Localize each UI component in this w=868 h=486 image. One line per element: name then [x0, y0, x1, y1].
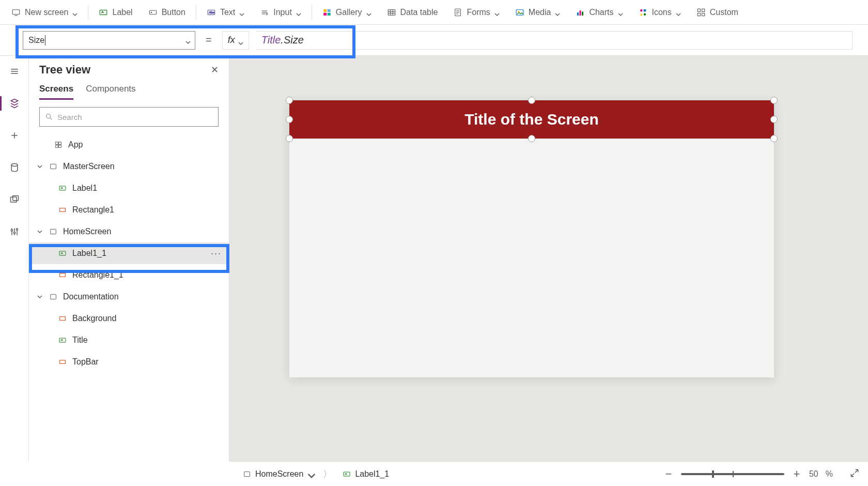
chevron-down-icon [36, 164, 43, 169]
resize-handle[interactable] [528, 97, 535, 104]
insert-ribbon: New screen Label Button Abc Text Input G… [0, 0, 868, 25]
status-bar: HomeScreen 〉 Label1_1 − + 50 % [229, 461, 868, 486]
hamburger-button[interactable] [4, 61, 25, 82]
icons-button[interactable]: Icons [631, 0, 688, 24]
tree-node-label1[interactable]: Label1 [29, 177, 229, 199]
more-icon[interactable]: ··· [211, 248, 222, 259]
text-button[interactable]: Abc Text [199, 0, 252, 24]
tree-node-label1-1[interactable]: Label1_1 ··· [29, 242, 229, 264]
tree-header: Tree view ✕ [29, 56, 229, 81]
rectangle-icon [58, 357, 67, 367]
svg-point-29 [640, 9, 643, 12]
resize-handle[interactable] [286, 97, 293, 104]
tab-screens[interactable]: Screens [39, 84, 73, 100]
breadcrumb-control[interactable]: Label1_1 [337, 467, 394, 481]
chevron-down-icon [239, 10, 244, 15]
svg-rect-65 [60, 360, 66, 364]
data-table-btn-text: Data table [400, 8, 438, 17]
charts-button[interactable]: Charts [568, 0, 630, 24]
media-icon [515, 8, 524, 17]
gallery-icon [322, 8, 332, 17]
svg-point-41 [11, 164, 18, 166]
button-button[interactable]: Button [141, 0, 193, 24]
tree-view-rail-button[interactable] [4, 93, 25, 114]
fullscreen-button[interactable] [849, 468, 860, 480]
formula-input[interactable]: Title.Size [256, 31, 853, 50]
artboard-homescreen[interactable]: Title of the Screen [289, 100, 774, 377]
svg-point-49 [16, 229, 18, 230]
selected-label-control[interactable]: Title of the Screen [289, 100, 774, 139]
chevron-down-icon [296, 10, 301, 15]
svg-rect-66 [244, 472, 250, 476]
zoom-value: 50 [809, 469, 818, 479]
search-wrap: Search [29, 100, 229, 134]
tab-components[interactable]: Components [86, 84, 135, 100]
resize-handle[interactable] [528, 135, 535, 142]
zoom-slider[interactable] [681, 473, 784, 475]
icons-btn-text: Icons [652, 8, 672, 17]
new-screen-button[interactable]: New screen [4, 0, 85, 24]
app-icon [54, 140, 63, 149]
resize-handle[interactable] [770, 135, 778, 142]
separator [196, 5, 196, 20]
text-cursor [45, 35, 45, 45]
tree-node-topbar[interactable]: TopBar [29, 351, 229, 373]
chevron-down-icon [72, 10, 78, 15]
svg-rect-12 [328, 9, 331, 12]
tree-node-documentation[interactable]: Documentation [29, 286, 229, 308]
text-icon: Abc [207, 8, 216, 17]
label-icon [58, 336, 67, 345]
insert-rail-button[interactable] [4, 125, 25, 146]
tree-label: TopBar [72, 357, 99, 367]
chevron-down-icon [238, 38, 243, 43]
input-button[interactable]: Input [253, 0, 308, 24]
zoom-thumb[interactable] [712, 470, 714, 478]
resize-handle[interactable] [286, 135, 293, 142]
breadcrumb-screen[interactable]: HomeScreen [238, 467, 318, 481]
media-button[interactable]: Media [508, 0, 568, 24]
zoom-in-button[interactable]: + [792, 467, 802, 481]
property-dropdown[interactable]: Size [23, 31, 195, 50]
zoom-out-button[interactable]: − [663, 467, 674, 481]
svg-rect-54 [56, 145, 58, 148]
tree-node-masterscreen[interactable]: MasterScreen [29, 156, 229, 177]
custom-button[interactable]: Custom [689, 0, 746, 24]
resize-handle[interactable] [286, 116, 293, 123]
svg-text:Abc: Abc [209, 11, 214, 14]
separator [312, 5, 312, 20]
svg-rect-30 [643, 9, 646, 12]
resize-handle[interactable] [770, 116, 778, 123]
svg-line-51 [50, 118, 52, 119]
forms-button[interactable]: Forms [446, 0, 506, 24]
media-rail-button[interactable] [4, 189, 25, 210]
data-table-button[interactable]: Data table [380, 0, 445, 24]
resize-handle[interactable] [770, 97, 778, 104]
breadcrumb-screen-label: HomeScreen [255, 469, 303, 479]
canvas[interactable]: Title of the Screen [229, 56, 868, 461]
tree-node-background[interactable]: Background [29, 308, 229, 329]
svg-rect-62 [51, 294, 56, 299]
tree-label: Label1_1 [72, 249, 106, 258]
svg-point-45 [11, 230, 12, 231]
tree-tabs: Screens Components [29, 81, 229, 100]
fx-button[interactable]: fx [222, 31, 249, 50]
tree-node-title[interactable]: Title [29, 329, 229, 351]
tree-node-app[interactable]: App [29, 134, 229, 156]
tree-node-homescreen[interactable]: HomeScreen [29, 221, 229, 242]
tree-view-panel: Tree view ✕ Screens Components Search Ap… [29, 56, 229, 461]
tree-node-rectangle1-1[interactable]: Rectangle1_1 [29, 264, 229, 286]
settings-rail-button[interactable] [4, 221, 25, 242]
fx-label: fx [228, 35, 235, 45]
forms-btn-text: Forms [467, 8, 490, 17]
tree-node-rectangle1[interactable]: Rectangle1 [29, 199, 229, 221]
search-input[interactable]: Search [39, 107, 219, 127]
gallery-button[interactable]: Gallery [315, 0, 379, 24]
svg-rect-59 [51, 229, 56, 234]
rectangle-icon [58, 314, 67, 323]
svg-point-47 [13, 232, 15, 234]
close-icon[interactable]: ✕ [211, 64, 219, 75]
data-rail-button[interactable] [4, 157, 25, 178]
chevron-down-icon [555, 10, 560, 15]
label-button[interactable]: Label [91, 0, 140, 24]
chevron-down-icon [36, 294, 43, 299]
